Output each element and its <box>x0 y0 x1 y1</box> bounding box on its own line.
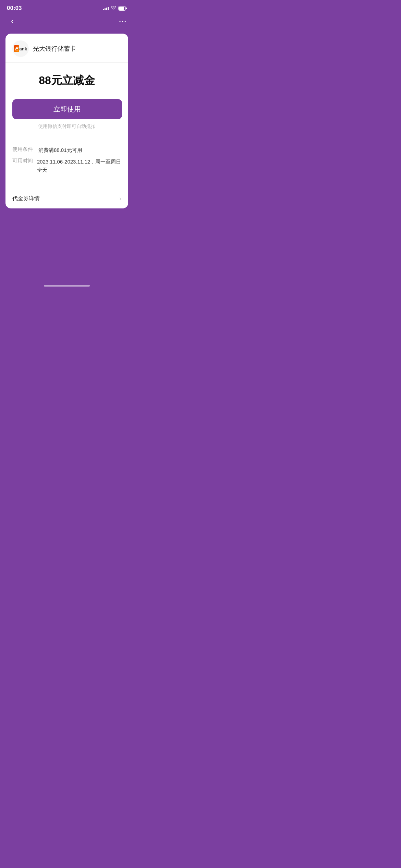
card-divider <box>5 186 128 186</box>
back-button[interactable]: ‹ <box>7 16 18 27</box>
condition-label: 使用条件 <box>12 146 33 153</box>
condition-value: 消费满88.01元可用 <box>38 146 82 154</box>
use-hint: 使用微信支付即可自动抵扣 <box>12 123 121 130</box>
chevron-right-icon: › <box>119 195 121 202</box>
time-label: 可用时间 <box>12 158 32 164</box>
detail-row-time: 可用时间 2023.11.06-2023.11.12，周一至周日全天 <box>12 158 121 174</box>
bank-name: 光大银行储蓄卡 <box>33 45 76 53</box>
coupon-title: 88元立减金 <box>12 73 121 88</box>
status-icons <box>103 5 127 11</box>
signal-icon <box>103 6 109 10</box>
use-button[interactable]: 立即使用 <box>12 99 122 119</box>
card-header: Eank 光大银行储蓄卡 <box>5 34 128 63</box>
svg-rect-2 <box>119 7 124 10</box>
battery-icon <box>118 6 127 11</box>
voucher-detail-label: 代金券详情 <box>12 195 40 202</box>
detail-row-condition: 使用条件 消费满88.01元可用 <box>12 146 121 154</box>
bank-logo-ank: ank <box>19 46 27 51</box>
details-section: 使用条件 消费满88.01元可用 可用时间 2023.11.06-2023.11… <box>5 146 128 183</box>
time-value: 2023.11.06-2023.11.12，周一至周日全天 <box>37 158 121 174</box>
bank-logo-e: E <box>14 45 19 52</box>
home-indicator <box>44 285 90 287</box>
status-time: 00:03 <box>7 5 22 12</box>
voucher-detail-row[interactable]: 代金券详情 › <box>5 189 128 208</box>
bank-logo: Eank <box>12 40 29 57</box>
status-bar: 00:03 <box>0 0 134 14</box>
svg-rect-1 <box>126 8 127 9</box>
coupon-card: Eank 光大银行储蓄卡 88元立减金 立即使用 使用微信支付即可自动抵扣 使用… <box>5 34 128 208</box>
wifi-icon <box>111 5 116 11</box>
card-body: 88元立减金 立即使用 使用微信支付即可自动抵扣 <box>5 63 128 146</box>
more-button[interactable]: ··· <box>119 17 127 25</box>
nav-bar: ‹ ··· <box>0 14 134 31</box>
